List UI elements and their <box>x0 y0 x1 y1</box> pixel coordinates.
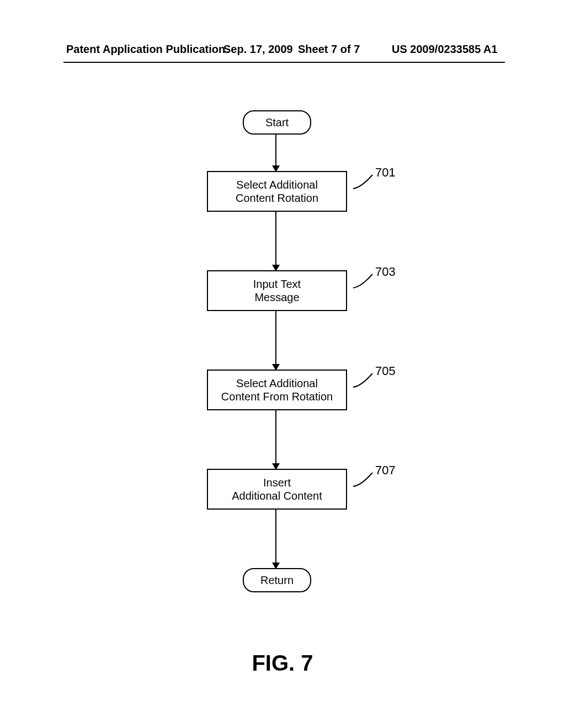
reference-label: 703 <box>375 265 396 279</box>
figure-caption: FIG. 7 <box>0 651 565 676</box>
arrow-step2-to-step3 <box>275 310 276 370</box>
reference-label: 701 <box>375 165 396 179</box>
arrow-step4-to-return <box>275 508 276 568</box>
reference-label: 705 <box>375 364 396 378</box>
leader-line-icon <box>353 271 375 288</box>
process-step-4: InsertAdditional Content <box>207 469 347 510</box>
arrow-step1-to-step2 <box>275 211 276 270</box>
process-step-1: Select AdditionalContent Rotation <box>207 171 347 212</box>
leader-line-icon <box>353 470 375 486</box>
process-step-3: Select AdditionalContent From Rotation <box>207 370 347 410</box>
reference-number-705: 705 <box>375 364 396 378</box>
header-sheet: Sheet 7 of 7 <box>298 43 360 56</box>
header-pub-number: US 2009/0233585 A1 <box>392 43 498 56</box>
reference-number-701: 701 <box>375 165 396 180</box>
patent-page: Patent Application Publication Sep. 17, … <box>0 0 565 728</box>
arrow-start-to-step1 <box>275 133 276 171</box>
terminator-start: Start <box>243 110 311 135</box>
process-step-2: Input TextMessage <box>207 270 347 311</box>
header-publication-type: Patent Application Publication <box>66 43 225 56</box>
header-rule <box>63 62 505 63</box>
leader-line-icon <box>353 371 375 387</box>
leader-line-icon <box>353 172 375 189</box>
reference-number-707: 707 <box>375 463 396 478</box>
arrow-step3-to-step4 <box>275 409 276 469</box>
reference-number-703: 703 <box>375 265 396 279</box>
reference-label: 707 <box>375 463 396 477</box>
terminator-return: Return <box>243 568 311 592</box>
header-date: Sep. 17, 2009 <box>223 43 293 56</box>
